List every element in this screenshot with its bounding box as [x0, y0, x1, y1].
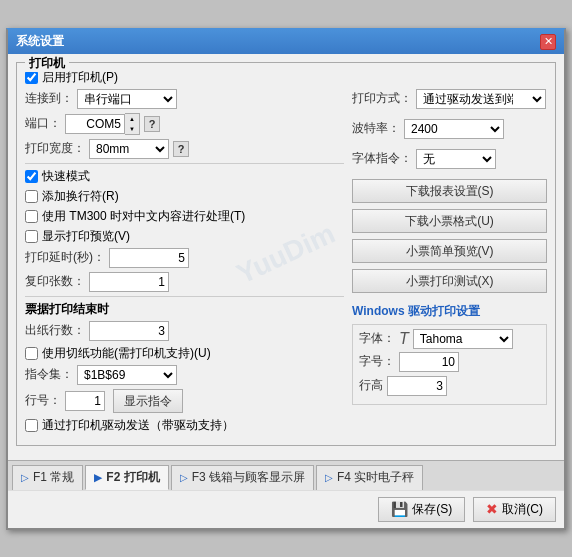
tab-scale-label: F4 实时电子秤: [337, 469, 414, 486]
system-settings-window: 系统设置 ✕ 打印机 启用打印机(P) 连接到： 串行端口: [6, 28, 566, 530]
tab-normal-label: F1 常规: [33, 469, 74, 486]
font-dropdown-wrapper: Tahoma Arial 宋体 黑体: [413, 329, 513, 349]
printer-right-panel: 打印方式： 通过驱动发送到端口 直接发送 网络打印 波特率：: [352, 89, 547, 437]
add-feed-row: 添加换行符(R): [25, 188, 344, 205]
cmd-set-row: 指令集： $1B$69 $1B$6D: [25, 365, 344, 385]
font-type-icon: T: [399, 330, 409, 348]
auto-cut-checkbox[interactable]: [25, 347, 38, 360]
tab-cashbox-icon: ▷: [180, 472, 188, 483]
connect-to-row: 连接到： 串行端口 并行端口 网络端口 USB端口: [25, 89, 344, 109]
font-size-row: 字号：: [359, 352, 540, 372]
font-select[interactable]: Tahoma Arial 宋体 黑体: [413, 329, 513, 349]
print-method-label: 打印方式：: [352, 90, 412, 107]
print-width-row: 打印宽度： 80mm 58mm 76mm ?: [25, 139, 344, 159]
fast-mode-row: 快速模式: [25, 168, 344, 185]
print-delay-row: 打印延时(秒)：: [25, 248, 344, 268]
print-width-help-button[interactable]: ?: [173, 141, 189, 157]
font-cmd-row: 字体指令： 无 ESC/POS 自动: [352, 149, 547, 169]
copies-input[interactable]: [89, 272, 169, 292]
tabs-bar: ▷ F1 常规 ▶ F2 打印机 ▷ F3 钱箱与顾客显示屏 ▷ F4 实时电子…: [8, 460, 564, 490]
print-method-row: 打印方式： 通过驱动发送到端口 直接发送 网络打印: [352, 89, 547, 109]
cmd-set-select[interactable]: $1B$69 $1B$6D: [77, 365, 177, 385]
driver-send-label: 通过打印机驱动发送（带驱动支持）: [42, 417, 234, 434]
simple-preview-button[interactable]: 小票简单预览(V): [352, 239, 547, 263]
show-preview-row: 显示打印预览(V): [25, 228, 344, 245]
fast-mode-checkbox[interactable]: [25, 170, 38, 183]
ticket-end-label: 票据打印结束时: [25, 301, 344, 318]
font-cmd-label: 字体指令：: [352, 150, 412, 167]
font-row: 字体： T Tahoma Arial 宋体 黑体: [359, 329, 540, 349]
port-row: 端口： ▲ ▼ ?: [25, 113, 344, 135]
main-content: 打印机 启用打印机(P) 连接到： 串行端口 并行端口 网络端口: [8, 54, 564, 460]
close-button[interactable]: ✕: [540, 34, 556, 50]
windows-driver-group: 字体： T Tahoma Arial 宋体 黑体: [352, 324, 547, 405]
save-button[interactable]: 💾 保存(S): [378, 497, 465, 522]
enable-printer-row: 启用打印机(P): [25, 69, 547, 86]
download-report-button[interactable]: 下载报表设置(S): [352, 179, 547, 203]
port-spinner-wrapper: ▲ ▼: [65, 113, 140, 135]
paper-out-input[interactable]: [89, 321, 169, 341]
copies-row: 复印张数：: [25, 272, 344, 292]
font-size-input[interactable]: [399, 352, 459, 372]
windows-driver-title: Windows 驱动打印设置: [352, 303, 547, 320]
tm300-label: 使用 TM300 时对中文内容进行处理(T): [42, 208, 245, 225]
window-title: 系统设置: [16, 33, 64, 50]
font-size-label: 字号：: [359, 353, 395, 370]
tm300-row: 使用 TM300 时对中文内容进行处理(T): [25, 208, 344, 225]
print-width-label: 打印宽度：: [25, 140, 85, 157]
baudrate-label: 波特率：: [352, 120, 400, 137]
bottom-bar: 💾 保存(S) ✖ 取消(C): [8, 490, 564, 528]
line-height-input[interactable]: [387, 376, 447, 396]
cancel-button[interactable]: ✖ 取消(C): [473, 497, 556, 522]
show-preview-checkbox[interactable]: [25, 230, 38, 243]
paper-out-label: 出纸行数：: [25, 322, 85, 339]
print-delay-label: 打印延时(秒)：: [25, 249, 105, 266]
cancel-label: 取消(C): [502, 501, 543, 518]
tab-printer-icon: ▶: [94, 472, 102, 483]
save-label: 保存(S): [412, 501, 452, 518]
tab-cashbox-label: F3 钱箱与顾客显示屏: [192, 469, 305, 486]
port-help-button[interactable]: ?: [144, 116, 160, 132]
add-feed-checkbox[interactable]: [25, 190, 38, 203]
cmd-set-label: 指令集：: [25, 366, 73, 383]
port-up-button[interactable]: ▲: [125, 114, 139, 124]
save-icon: 💾: [391, 501, 408, 517]
tab-cashbox[interactable]: ▷ F3 钱箱与顾客显示屏: [171, 465, 314, 490]
divider2: [25, 296, 344, 297]
print-method-select[interactable]: 通过驱动发送到端口 直接发送 网络打印: [416, 89, 546, 109]
paper-out-row: 出纸行数：: [25, 321, 344, 341]
port-down-button[interactable]: ▼: [125, 124, 139, 134]
port-input[interactable]: [65, 114, 125, 134]
print-delay-input[interactable]: [109, 248, 189, 268]
cmd-set-dropdown-wrapper: $1B$69 $1B$6D: [77, 365, 177, 385]
download-receipt-button[interactable]: 下载小票格式(U): [352, 209, 547, 233]
line-height-row: 行高: [359, 376, 540, 396]
printer-main-layout: 连接到： 串行端口 并行端口 网络端口 USB端口 端口：: [25, 89, 547, 437]
printer-group-label: 打印机: [25, 55, 69, 72]
enable-printer-checkbox[interactable]: [25, 71, 38, 84]
divider1: [25, 163, 344, 164]
font-label: 字体：: [359, 330, 395, 347]
tab-normal[interactable]: ▷ F1 常规: [12, 465, 83, 490]
print-test-button[interactable]: 小票打印测试(X): [352, 269, 547, 293]
font-cmd-select[interactable]: 无 ESC/POS 自动: [416, 149, 496, 169]
line-num-input[interactable]: [65, 391, 105, 411]
copies-label: 复印张数：: [25, 273, 85, 290]
show-preview-label: 显示打印预览(V): [42, 228, 130, 245]
tab-printer[interactable]: ▶ F2 打印机: [85, 465, 168, 490]
baudrate-dropdown-wrapper: 2400 9600 19200 38400 57600 115200: [404, 119, 504, 139]
baudrate-row: 波特率： 2400 9600 19200 38400 57600 115200: [352, 119, 547, 139]
print-width-select[interactable]: 80mm 58mm 76mm: [89, 139, 169, 159]
tm300-checkbox[interactable]: [25, 210, 38, 223]
tab-scale[interactable]: ▷ F4 实时电子秤: [316, 465, 423, 490]
tab-normal-icon: ▷: [21, 472, 29, 483]
printer-left-panel: 连接到： 串行端口 并行端口 网络端口 USB端口 端口：: [25, 89, 344, 437]
show-cmd-button[interactable]: 显示指令: [113, 389, 183, 413]
driver-send-checkbox[interactable]: [25, 419, 38, 432]
line-height-label: 行高: [359, 377, 383, 394]
port-label: 端口：: [25, 115, 61, 132]
connect-to-select[interactable]: 串行端口 并行端口 网络端口 USB端口: [77, 89, 177, 109]
driver-send-row: 通过打印机驱动发送（带驱动支持）: [25, 417, 344, 434]
tab-printer-label: F2 打印机: [106, 469, 159, 486]
baudrate-select[interactable]: 2400 9600 19200 38400 57600 115200: [404, 119, 504, 139]
